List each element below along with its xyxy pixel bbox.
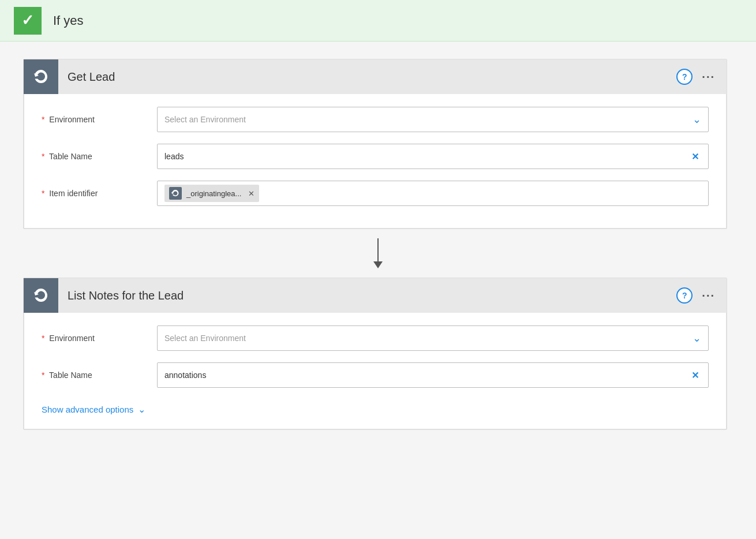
get-lead-itemid-label: * Item identifier: [42, 189, 157, 198]
required-star: *: [42, 189, 44, 198]
list-notes-tablename-clear-button[interactable]: ✕: [689, 370, 701, 381]
list-notes-tablename-row: * Table Name annotations ✕: [42, 361, 709, 389]
list-notes-tablename-value: annotations: [164, 370, 206, 380]
get-lead-icon-box: [24, 59, 58, 94]
main-content: Get Lead ? ··· * Environment Select an E…: [0, 42, 756, 447]
get-lead-itemid-field[interactable]: _originatingleа... ✕: [157, 181, 709, 206]
required-star: *: [42, 370, 44, 380]
list-notes-card-body: * Environment Select an Environment ⌄ * …: [24, 313, 727, 429]
get-lead-icon: [32, 68, 50, 85]
get-lead-environment-label: * Environment: [42, 115, 157, 124]
token-close-button[interactable]: ✕: [248, 189, 255, 198]
environment-placeholder: Select an Environment: [164, 115, 246, 124]
required-star: *: [42, 152, 44, 161]
get-lead-tablename-row: * Table Name leads ✕: [42, 143, 709, 170]
get-lead-card-body: * Environment Select an Environment ⌄ * …: [24, 94, 727, 229]
list-notes-environment-label: * Environment: [42, 334, 157, 343]
get-lead-title: Get Lead: [58, 59, 676, 94]
get-lead-actions: ? ···: [676, 59, 727, 94]
list-notes-card-header: List Notes for the Lead ? ···: [24, 278, 727, 313]
list-notes-env-placeholder: Select an Environment: [164, 334, 246, 343]
list-notes-actions: ? ···: [676, 278, 727, 313]
show-advanced-label: Show advanced options: [42, 405, 133, 414]
show-advanced-chevron-icon: ⌄: [138, 404, 145, 415]
list-notes-environment-row: * Environment Select an Environment ⌄: [42, 324, 709, 352]
tablename-clear-button[interactable]: ✕: [689, 151, 701, 162]
list-notes-environment-select[interactable]: Select an Environment ⌄: [157, 325, 709, 351]
required-star: *: [42, 334, 44, 343]
list-notes-tablename-label: * Table Name: [42, 370, 157, 380]
get-lead-more-button[interactable]: ···: [702, 70, 715, 84]
tablename-value-wrapper: leads ✕: [164, 151, 701, 162]
get-lead-tablename-label: * Table Name: [42, 152, 157, 161]
get-lead-help-button[interactable]: ?: [676, 69, 693, 85]
environment-chevron-icon: ⌄: [693, 113, 701, 126]
get-lead-environment-row: * Environment Select an Environment ⌄: [42, 106, 709, 133]
token-icon: [169, 187, 182, 200]
required-star: *: [42, 115, 44, 124]
list-notes-icon-box: [24, 278, 58, 313]
list-notes-title: List Notes for the Lead: [58, 278, 676, 313]
list-notes-tablename-field[interactable]: annotations ✕: [157, 362, 709, 388]
get-lead-environment-select[interactable]: Select an Environment ⌄: [157, 107, 709, 132]
list-notes-card: List Notes for the Lead ? ··· * Environm…: [23, 278, 727, 430]
check-icon: ✓: [14, 7, 42, 35]
header-title: If yes: [53, 13, 84, 28]
arrow-head: [373, 261, 383, 268]
get-lead-card: Get Lead ? ··· * Environment Select an E…: [23, 59, 727, 229]
header-bar: ✓ If yes: [0, 0, 756, 42]
show-advanced-options[interactable]: Show advanced options ⌄: [42, 398, 709, 417]
get-lead-tablename-field[interactable]: leads ✕: [157, 144, 709, 169]
arrow-connector: [23, 229, 733, 278]
get-lead-itemid-row: * Item identifier _originatingleа... ✕: [42, 179, 709, 207]
token-text: _originatingleа...: [186, 189, 241, 198]
list-notes-help-button[interactable]: ?: [676, 287, 693, 304]
item-identifier-token: _originatingleа... ✕: [164, 185, 259, 202]
list-notes-env-chevron-icon: ⌄: [693, 332, 701, 345]
list-notes-icon: [32, 287, 50, 304]
list-notes-more-button[interactable]: ···: [702, 289, 715, 302]
list-notes-tablename-wrapper: annotations ✕: [164, 370, 701, 381]
arrow-line: [377, 238, 379, 261]
get-lead-card-header: Get Lead ? ···: [24, 59, 727, 94]
tablename-value: leads: [164, 152, 184, 161]
